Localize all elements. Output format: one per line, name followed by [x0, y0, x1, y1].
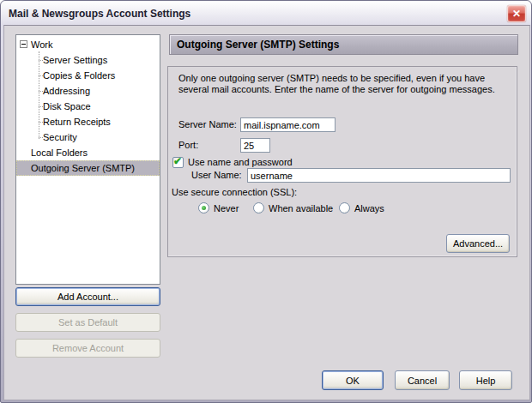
server-name-label: Server Name:: [178, 119, 237, 129]
account-settings-dialog: Mail & Newsgroups Account Settings ✕ Wor…: [0, 0, 532, 403]
tree-item-disk-space[interactable]: Disk Space: [16, 99, 160, 114]
tree-item-label: Return Receipts: [43, 117, 111, 127]
tree-item-local-folders[interactable]: Local Folders: [16, 145, 160, 160]
tree-item-server-settings[interactable]: Server Settings: [16, 52, 160, 68]
tree-item-copies-folders[interactable]: Copies & Folders: [16, 68, 160, 83]
tree-item-work[interactable]: Work: [16, 37, 160, 52]
advanced-button[interactable]: Advanced...: [446, 234, 510, 253]
ssl-label: Use secure connection (SSL):: [172, 187, 297, 197]
tree-item-label: Outgoing Server (SMTP): [31, 163, 135, 173]
tree-item-addressing[interactable]: Addressing: [16, 83, 160, 99]
panel-heading-bar: Outgoing Server (SMTP) Settings: [169, 34, 518, 55]
ssl-radio-when-available-label[interactable]: When available: [269, 203, 333, 214]
tree-item-return-receipts[interactable]: Return Receipts: [16, 114, 160, 129]
title-bar[interactable]: Mail & Newsgroups Account Settings: [3, 2, 529, 25]
user-name-input[interactable]: [247, 168, 511, 183]
server-name-input[interactable]: [240, 117, 336, 132]
tree-item-label: Server Settings: [43, 55, 107, 65]
tree-item-label: Security: [43, 132, 77, 142]
account-tree: Work Server Settings Copies & Folders Ad…: [15, 34, 160, 285]
remove-account-button[interactable]: Remove Account: [15, 339, 160, 358]
help-button[interactable]: Help: [459, 370, 512, 390]
ssl-radio-always-label[interactable]: Always: [354, 203, 384, 214]
add-account-button[interactable]: Add Account...: [15, 287, 160, 306]
tree-item-label: Disk Space: [43, 101, 91, 111]
ssl-radio-never-label[interactable]: Never: [214, 203, 239, 214]
use-name-password-checkbox[interactable]: ✔: [172, 157, 184, 168]
ok-button[interactable]: OK: [322, 370, 384, 390]
smtp-description: Only one outgoing server (SMTP) needs to…: [178, 73, 511, 95]
checkmark-icon: ✔: [173, 155, 182, 167]
dialog-content: Work Server Settings Copies & Folders Ad…: [3, 25, 530, 400]
ssl-radio-always[interactable]: [339, 202, 350, 214]
user-name-label: User Name:: [191, 170, 242, 180]
cancel-button[interactable]: Cancel: [395, 370, 450, 390]
set-as-default-button[interactable]: Set as Default: [15, 313, 160, 332]
close-icon: ✕: [512, 8, 521, 20]
port-input[interactable]: [240, 138, 270, 153]
tree-item-label: Local Folders: [31, 147, 88, 158]
close-button[interactable]: ✕: [507, 5, 526, 22]
screen: Mail & Newsgroups Account Settings ✕ Wor…: [0, 0, 532, 403]
smtp-settings-group: Only one outgoing server (SMTP) needs to…: [167, 66, 517, 257]
use-name-password-label[interactable]: Use name and password: [188, 157, 293, 167]
window-title: Mail & Newsgroups Account Settings: [3, 8, 190, 20]
tree-item-label: Addressing: [43, 86, 90, 96]
tree-item-security[interactable]: Security: [16, 129, 160, 145]
ssl-radio-when-available[interactable]: [253, 202, 264, 214]
tree-item-label: Work: [31, 39, 52, 50]
ssl-radio-never[interactable]: [198, 202, 209, 214]
tree-item-outgoing-server[interactable]: Outgoing Server (SMTP): [16, 160, 160, 176]
tree-expander-minus-icon[interactable]: [20, 40, 27, 48]
panel-heading-title: Outgoing Server (SMTP) Settings: [170, 39, 339, 51]
tree-item-label: Copies & Folders: [43, 70, 115, 81]
radio-dot-icon: [202, 206, 206, 210]
port-label: Port:: [178, 140, 198, 150]
